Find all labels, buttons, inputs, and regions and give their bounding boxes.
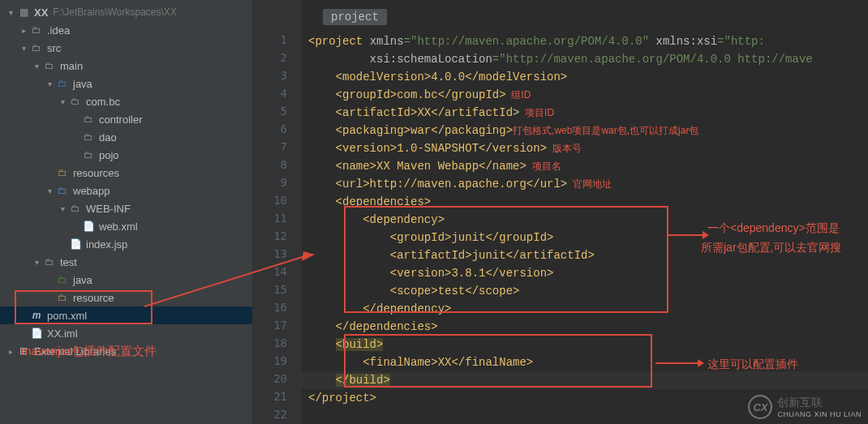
tree-item-main[interactable]: ▾ 🗀 main: [0, 57, 252, 75]
folder-icon: 🗀: [42, 256, 57, 268]
package-icon: 🗀: [81, 149, 96, 161]
tree-label: resource: [73, 292, 114, 304]
line-number: 20: [253, 370, 287, 388]
tree-label: src: [47, 42, 61, 54]
expand-arrow[interactable]: ▾: [44, 186, 55, 195]
code-line: <scope>test</scope>: [302, 282, 868, 300]
line-number: 6: [253, 120, 287, 138]
project-root[interactable]: ▾ ▦ XX F:\JetBrains\Workspaces\XX: [0, 3, 252, 21]
tree-label: controller: [99, 113, 142, 126]
code-line: <modelVersion>4.0.0</modelVersion>: [302, 68, 868, 86]
tree-label: pojo: [99, 149, 119, 161]
tree-item-resources[interactable]: 🗀 resources: [0, 164, 252, 182]
line-number: 16: [253, 298, 287, 316]
expand-arrow[interactable]: ▾: [31, 62, 42, 71]
expand-arrow[interactable]: ▾: [18, 44, 29, 53]
tree-item-test[interactable]: ▾ 🗀 test: [0, 253, 252, 271]
line-number: 22: [253, 405, 287, 423]
expand-arrow[interactable]: ▾: [44, 79, 55, 88]
file-icon: 📄: [29, 328, 44, 339]
line-number-gutter: 1 2 3 4 5 6 7 8 9 10 11 12 13 14 15 16 1…: [253, 0, 302, 424]
code-line: xsi:schemaLocation="http://maven.apache.…: [302, 50, 868, 68]
xml-file-icon: 📄: [81, 221, 96, 232]
tree-label: com.bc: [86, 96, 120, 108]
line-number: 4: [253, 84, 287, 102]
tree-item-pom[interactable]: m pom.xml: [0, 306, 252, 324]
line-number: 13: [253, 245, 287, 263]
package-icon: 🗀: [68, 96, 83, 107]
tree-label: dao: [99, 131, 117, 143]
tree-item-combc[interactable]: ▾ 🗀 com.bc: [0, 92, 252, 110]
code-line: <url>http://maven.apache.org</url> 官网地址: [302, 175, 868, 193]
tree-item-webxml[interactable]: 📄 web.xml: [0, 217, 252, 235]
tree-label: resources: [73, 167, 119, 179]
tree-item-indexjsp[interactable]: 📄 index.jsp: [0, 235, 252, 253]
line-number: 2: [253, 49, 287, 66]
code-line: <finalName>XX</finalName>: [302, 353, 868, 371]
code-line: <build>: [302, 336, 868, 353]
code-line: <version>1.0-SNAPSHOT</version> 版本号: [302, 139, 868, 157]
expand-arrow[interactable]: ▾: [5, 8, 16, 17]
line-number: 15: [253, 281, 287, 298]
editor-panel: 1 2 3 4 5 6 7 8 9 10 11 12 13 14 15 16 1…: [253, 0, 868, 424]
expand-arrow[interactable]: ▾: [57, 97, 68, 106]
code-line: <name>XX Maven Webapp</name> 项目名: [302, 157, 868, 175]
expand-arrow[interactable]: ▾: [57, 204, 68, 213]
tree-label: test: [60, 256, 77, 268]
code-editor[interactable]: project <project xmlns="http://maven.apa…: [302, 0, 868, 424]
code-line: </dependency>: [302, 300, 868, 318]
code-line: <groupId>com.bc</groupId> 组ID: [302, 86, 868, 104]
test-folder-icon: 🗀: [55, 274, 70, 285]
tree-item-src[interactable]: ▾ 🗀 src: [0, 39, 252, 57]
tree-item-external-libraries[interactable]: ▸ ⊞ External Libraries: [0, 342, 252, 360]
tree-item-test-resource[interactable]: 🗀 resource: [0, 289, 252, 306]
tree-item-pojo[interactable]: 🗀 pojo: [0, 146, 252, 164]
source-folder-icon: 🗀: [55, 78, 70, 89]
code-line: <project xmlns="http://maven.apache.org/…: [302, 32, 868, 50]
tree-item-webinf[interactable]: ▾ 🗀 WEB-INF: [0, 199, 252, 217]
line-number: 3: [253, 66, 287, 84]
tree-item-idea[interactable]: ▸ 🗀 .idea: [0, 21, 252, 39]
jsp-file-icon: 📄: [68, 238, 83, 250]
maven-file-icon: m: [29, 310, 44, 321]
tree-item-webapp[interactable]: ▾ 🗀 webapp: [0, 182, 252, 199]
expand-arrow[interactable]: ▾: [31, 258, 42, 267]
tree-item-controller[interactable]: 🗀 controller: [0, 110, 252, 128]
tree-label: WEB-INF: [86, 203, 131, 215]
project-tree-panel: ▾ ▦ XX F:\JetBrains\Workspaces\XX ▸ 🗀 .i…: [0, 0, 253, 424]
tree-item-dao[interactable]: 🗀 dao: [0, 128, 252, 146]
tree-item-java[interactable]: ▾ 🗀 java: [0, 75, 252, 92]
tree-item-xximl[interactable]: 📄 XX.iml: [0, 324, 252, 342]
line-number: 21: [253, 388, 287, 405]
line-number: 14: [253, 263, 287, 281]
code-line: <artifactId>junit</artifactId>: [302, 246, 868, 264]
line-number: 5: [253, 102, 287, 120]
watermark-text-en: CHUANG XIN HU LIAN: [777, 410, 862, 418]
package-icon: 🗀: [81, 131, 96, 143]
web-folder-icon: 🗀: [55, 185, 70, 196]
project-path: F:\JetBrains\Workspaces\XX: [53, 6, 177, 18]
module-icon: ▦: [16, 6, 31, 18]
resources-folder-icon: 🗀: [55, 167, 70, 178]
line-number: 10: [253, 191, 287, 209]
collapse-arrow[interactable]: ▸: [18, 26, 29, 35]
folder-icon: 🗀: [29, 24, 44, 36]
package-icon: 🗀: [81, 113, 96, 125]
code-line: </dependencies>: [302, 318, 868, 336]
tree-label: .idea: [47, 24, 70, 36]
tree-label: webapp: [73, 185, 110, 197]
library-icon: ⊞: [16, 345, 31, 357]
tree-label: web.xml: [99, 221, 138, 233]
line-number: 9: [253, 173, 287, 191]
line-number: 11: [253, 209, 287, 227]
line-number: 19: [253, 352, 287, 370]
tree-item-test-java[interactable]: 🗀 java: [0, 271, 252, 289]
tree-label: XX.iml: [47, 328, 78, 340]
code-line: </build>: [302, 371, 868, 389]
line-number: 1: [253, 31, 287, 49]
code-line: <groupId>junit</groupId>: [302, 229, 868, 246]
tree-label: External Libraries: [34, 345, 116, 358]
tree-label: index.jsp: [86, 238, 127, 251]
breadcrumb-item[interactable]: project: [323, 9, 387, 25]
collapse-arrow[interactable]: ▸: [5, 347, 16, 356]
